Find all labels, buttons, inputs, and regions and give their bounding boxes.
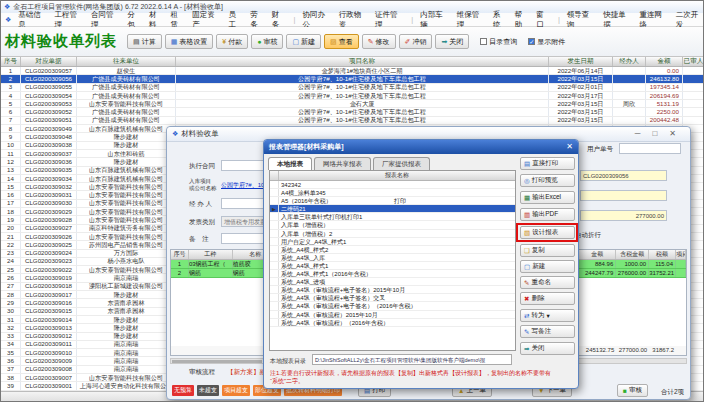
report-list-item[interactable]: 系统_A4纵（审核流程+电子签名）交叉	[270, 294, 515, 302]
report-manager-dialog: 报表管理器[材料采购单] ✕ 本地报表网络共享报表厂家提供报表 报表名称 342…	[263, 139, 579, 389]
report-list-item[interactable]: A4横_涂料单345	[270, 189, 515, 197]
table-row[interactable]: 2CLG0200309056广饶县成美砖材有限公司公园学府7#、10-1#住宅楼…	[1, 75, 704, 83]
输出Excel-button[interactable]: ▦输出Excel	[520, 191, 575, 204]
显示附件-checkbox[interactable]: ✓显示附件	[528, 37, 565, 47]
付款-button[interactable]: ¥付款	[216, 34, 248, 49]
report-list-item[interactable]: 系统_A4横_样式2	[270, 246, 515, 254]
view-folder-icon: ▨	[330, 38, 337, 46]
打印预览-button[interactable]: ◎打印预览	[520, 174, 575, 187]
column-header-已审人[interactable]: 已审人	[683, 57, 704, 66]
report-list-item[interactable]: 系统_A4纵（审核流程）2015年10月	[270, 311, 515, 319]
aux-field[interactable]	[580, 190, 667, 201]
report-list-item[interactable]: 系统_A4纵（审核流程+电子签名）2015年10月	[270, 286, 515, 294]
row-gutter	[270, 221, 279, 228]
user-no-label: 用户单号	[587, 145, 613, 154]
关闭-button[interactable]: ➡关闭	[435, 34, 469, 49]
tab-厂家提供报表[interactable]: 厂家提供报表	[373, 157, 430, 170]
report-list-item[interactable]: A5（2016年含税）打印	[270, 197, 515, 205]
close-icon[interactable]: ✕	[566, 142, 573, 151]
report-dialog-title: 报表管理器[材料采购单]	[269, 142, 344, 152]
detail-column-header: 序号	[171, 250, 189, 259]
table-row[interactable]: 7CLG0200309051广饶县成美砖材有限公司公园学府7#、10-1#住宅楼…	[1, 117, 704, 125]
report-list-item[interactable]: 系统_A4纵_样式1	[270, 262, 515, 270]
close-icon[interactable]: ✕	[669, 129, 676, 138]
report-list-item[interactable]: 入库单（增值税）2	[270, 230, 515, 238]
report-list-item[interactable]: 系统_A4纵_进项	[270, 278, 515, 286]
project-label-line1: 入库项目	[189, 178, 211, 184]
menu-bar: ❖ 基础信息工程管理合同管理分包材料租赁固定资产员工劳务财务|协同办公行政物资证…	[1, 13, 704, 27]
新建-button[interactable]: ▢新建	[520, 260, 575, 273]
report-list-item[interactable]: 系统_A4纵_样式1（2016年含税）	[270, 270, 515, 278]
table-row[interactable]: 4CLG0200309054广饶县成美砖材有限公司公园学府7#、10-1#住宅楼…	[1, 92, 704, 100]
table-row[interactable]: 3CLG0200309055广饶县成美砖材有限公司公园学府7#、10-1#住宅楼…	[1, 84, 704, 92]
report-list-item[interactable]: 入库单三联单针式打印机打印1	[270, 213, 515, 221]
table-row[interactable]: 6CLG0200309052广饶县成美砖材有限公司公园学府7#、10-1#住宅楼…	[1, 108, 704, 116]
report-list-item[interactable]: 系统_A4纵（审核流程+电子签名）（2016年含税）	[270, 302, 515, 310]
button-label: 新建	[532, 262, 545, 271]
doc-no-field[interactable]: CLG0200309056	[580, 170, 667, 181]
row-gutter	[270, 262, 279, 269]
column-header-经办人[interactable]: 经办人	[613, 57, 646, 66]
report-list-item[interactable]: 系统_A4纵（审核流程）（2016年含税）	[270, 319, 515, 327]
maximize-icon[interactable]: □	[652, 129, 657, 138]
checkbox-label: 目录查询	[489, 37, 517, 47]
row-gutter	[270, 189, 279, 196]
local-report-dir-label: 本地报表目录	[270, 357, 306, 366]
report-name: 二维码21	[279, 205, 515, 212]
审核-button[interactable]: ■审核	[617, 384, 648, 397]
minimize-icon[interactable]: ─	[635, 129, 641, 138]
report-list-item[interactable]: 系统_A4纵_入库	[270, 254, 515, 262]
report-list-item[interactable]: 用户自定义_A4纵_样式1	[270, 238, 515, 246]
table-row[interactable]: 1CLG0200309057赵俊生金梦海湾1#地块商住小区二期2022年06月1…	[1, 67, 704, 75]
toolbar-button-label: 表格设置	[179, 37, 207, 47]
report-name: 系统_A4纵（审核流程）（2016年含税）	[279, 319, 515, 326]
button-label: 删除	[531, 294, 544, 303]
审核-button[interactable]: ●审核	[251, 34, 283, 49]
计算-button[interactable]: ▤计算	[127, 34, 162, 49]
row-gutter	[270, 230, 279, 237]
report-name: 入库单（增值税）	[279, 221, 515, 228]
report-list-item[interactable]: 入库单（增值税）	[270, 221, 515, 229]
修改-button[interactable]: ✎修改	[362, 34, 396, 49]
report-name: 系统_A4纵_进项	[279, 278, 515, 285]
column-header-序号[interactable]: 序号	[1, 57, 21, 66]
rename-icon: ✎	[524, 279, 529, 287]
column-header-项目名称[interactable]: 项目名称	[176, 57, 549, 66]
tab-网络共享报表[interactable]: 网络共享报表	[314, 157, 371, 170]
查看-button[interactable]: ▨查看	[324, 34, 359, 49]
复制-button[interactable]: ❏复制	[520, 244, 575, 257]
冲销-button[interactable]: ✐冲销	[399, 34, 433, 49]
report-dialog-titlebar[interactable]: 报表管理器[材料采购单]	[264, 140, 578, 154]
column-header-对应单据[interactable]: 对应单据	[21, 57, 77, 66]
report-list-item[interactable]: ▶二维码21	[270, 205, 515, 213]
user-no-field[interactable]	[619, 143, 681, 154]
直接打印-button[interactable]: ▤直接打印	[520, 157, 575, 170]
转为-button[interactable]: ⇄转为▾	[520, 309, 575, 322]
status-tag-未超支: 未超支	[197, 385, 219, 396]
重命名-button[interactable]: ✎重命名	[520, 276, 575, 289]
目录查询-checkbox[interactable]: 目录查询	[480, 37, 517, 47]
toolbar-button-label: 付款	[228, 37, 242, 47]
toolbar-button-label: 新建	[301, 37, 315, 47]
row-gutter	[270, 278, 279, 285]
column-header-往来单位[interactable]: 往来单位	[77, 57, 176, 66]
agent-label: 经 办 人	[189, 200, 212, 209]
删除-button[interactable]: ✖删除	[520, 292, 575, 305]
输出PDF-button[interactable]: ▥输出PDF	[520, 208, 575, 221]
row-gutter	[270, 197, 279, 204]
design-report-icon: ▧	[524, 229, 530, 237]
button-label: 复制	[532, 246, 545, 255]
关闭-button[interactable]: ➡关闭	[520, 342, 575, 355]
表格设置-button[interactable]: ▦表格设置	[165, 34, 214, 49]
新建-button[interactable]: ▢新建	[286, 34, 321, 49]
report-list-item[interactable]: 342342	[270, 181, 515, 189]
audit-icon: ●	[257, 38, 261, 45]
page-header: 材料验收单列表 ▤计算▦表格设置¥付款●审核▢新建▨查看✎修改✐冲销➡关闭目录查…	[1, 27, 704, 56]
column-header-金额[interactable]: 金额	[646, 57, 683, 66]
设计报表-button[interactable]: ▧设计报表	[520, 226, 575, 239]
tab-本地报表[interactable]: 本地报表	[268, 157, 312, 170]
写备注-button[interactable]: ✎写备注	[520, 325, 575, 338]
column-header-发生日期[interactable]: 发生日期	[549, 57, 613, 66]
total-amount-field[interactable]: 277000.00	[580, 210, 667, 221]
table-row[interactable]: 5CLG0200309053山东安泰智能科技有限公司金石大厦2022年03月15…	[1, 100, 704, 108]
